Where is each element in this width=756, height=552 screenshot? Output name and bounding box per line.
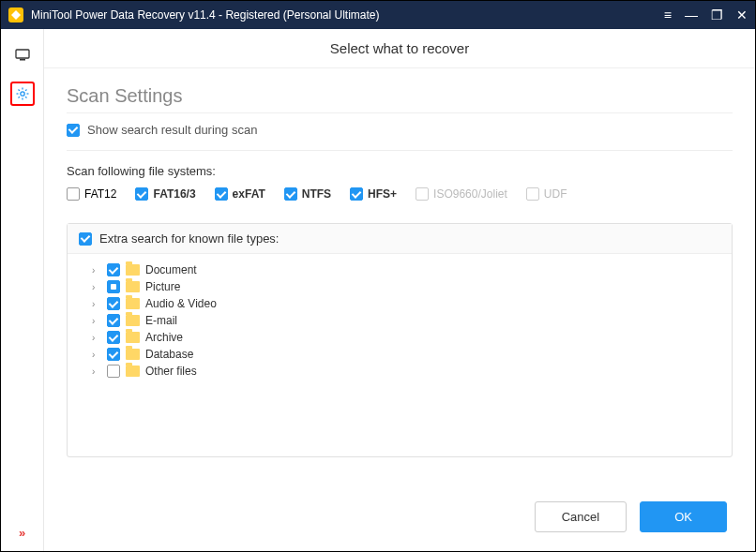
chevron-right-icon[interactable]: › — [92, 299, 101, 309]
svg-rect-1 — [20, 59, 25, 61]
fs-label: Scan following file systems: — [67, 164, 733, 178]
fs-udf-checkbox — [526, 187, 539, 201]
sidebar-settings-icon[interactable] — [10, 82, 35, 106]
tree-db-checkbox[interactable] — [107, 348, 120, 361]
svg-point-2 — [20, 92, 23, 96]
expand-sidebar-icon[interactable]: » — [19, 526, 25, 540]
folder-icon — [126, 298, 140, 309]
folder-icon — [126, 315, 140, 326]
fs-row: FAT12 FAT16/3 exFAT NTFS HFS+ ISO9660/Jo… — [67, 187, 733, 201]
tree-label-2: Audio & Video — [145, 297, 217, 310]
fs-label-3: NTFS — [302, 187, 331, 201]
tree-label-4: Archive — [145, 331, 183, 344]
fs-fat12-checkbox[interactable] — [67, 187, 80, 201]
file-type-tree: ›Document ›Picture ›Audio & Video ›E-mai… — [68, 254, 732, 387]
minimize-icon[interactable]: — — [685, 8, 698, 22]
fs-label-0: FAT12 — [84, 187, 116, 201]
fs-hfs-checkbox[interactable] — [350, 187, 363, 201]
tree-label-6: Other files — [145, 365, 197, 378]
fs-label-1: FAT16/3 — [153, 187, 195, 201]
page-header: Select what to recover — [44, 29, 755, 68]
titlebar: MiniTool Power Data Recovery v11.4 - Reg… — [1, 1, 755, 29]
tree-label-1: Picture — [145, 280, 180, 293]
folder-icon — [126, 281, 140, 292]
tree-label-3: E-mail — [145, 314, 177, 327]
tree-label-5: Database — [145, 348, 193, 361]
cancel-button[interactable]: Cancel — [535, 501, 627, 532]
svg-line-9 — [18, 97, 19, 97]
svg-line-10 — [25, 90, 26, 91]
svg-line-8 — [25, 97, 26, 97]
fs-fat16-checkbox[interactable] — [135, 187, 148, 201]
fs-label-5: ISO9660/Joliet — [433, 187, 507, 201]
section-title: Scan Settings — [67, 80, 733, 113]
tree-archive-checkbox[interactable] — [107, 331, 120, 344]
chevron-right-icon[interactable]: › — [92, 265, 101, 276]
fs-label-6: UDF — [544, 187, 567, 201]
fs-iso-checkbox — [416, 187, 429, 201]
tree-doc-checkbox[interactable] — [107, 263, 120, 276]
show-search-label: Show search result during scan — [87, 123, 257, 137]
chevron-right-icon[interactable]: › — [92, 333, 101, 343]
svg-line-7 — [18, 90, 19, 91]
tree-pic-checkbox[interactable] — [107, 280, 120, 293]
fs-label-4: HFS+ — [368, 187, 397, 201]
menu-icon[interactable]: ≡ — [664, 8, 672, 22]
chevron-right-icon[interactable]: › — [92, 282, 101, 292]
window-title: MiniTool Power Data Recovery v11.4 - Reg… — [31, 8, 664, 22]
tree-label-0: Document — [145, 263, 197, 276]
show-search-checkbox[interactable] — [67, 124, 80, 137]
chevron-right-icon[interactable]: › — [92, 350, 101, 360]
tree-av-checkbox[interactable] — [107, 297, 120, 310]
sidebar: » — [1, 29, 44, 551]
close-icon[interactable]: ✕ — [736, 8, 748, 22]
fs-exfat-checkbox[interactable] — [215, 187, 228, 201]
svg-rect-0 — [16, 50, 29, 58]
app-logo — [8, 7, 23, 22]
extra-search-checkbox[interactable] — [79, 232, 92, 246]
fs-ntfs-checkbox[interactable] — [284, 187, 297, 201]
chevron-right-icon[interactable]: › — [92, 316, 101, 326]
chevron-right-icon[interactable]: › — [92, 366, 101, 377]
folder-icon — [126, 349, 140, 360]
ok-button[interactable]: OK — [640, 501, 727, 532]
tree-email-checkbox[interactable] — [107, 314, 120, 327]
sidebar-recover-icon[interactable] — [10, 42, 35, 67]
tree-other-checkbox[interactable] — [107, 365, 120, 378]
fs-label-2: exFAT — [233, 187, 265, 201]
folder-icon — [126, 332, 140, 343]
extra-search-label: Extra search for known file types: — [99, 231, 279, 246]
restore-icon[interactable]: ❐ — [711, 8, 723, 22]
extra-search-box: Extra search for known file types: ›Docu… — [67, 223, 733, 457]
folder-icon — [126, 366, 140, 377]
folder-icon — [126, 264, 140, 276]
